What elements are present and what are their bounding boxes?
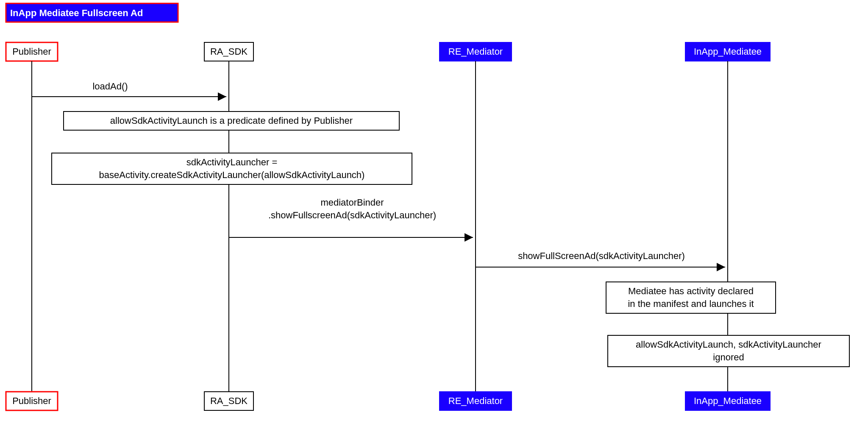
msg-mediator-line1: mediatorBinder bbox=[320, 197, 384, 208]
msg-showfullscreen-label: showFullScreenAd(sdkActivityLauncher) bbox=[518, 251, 685, 261]
svg-text:RA_SDK: RA_SDK bbox=[210, 396, 248, 406]
note-mediatee-activity-line2: in the manifest and launches it bbox=[628, 298, 754, 309]
msg-mediator-line2: .showFullscreenAd(sdkActivityLauncher) bbox=[268, 210, 436, 220]
participant-publisher-label: Publisher bbox=[12, 46, 51, 57]
msg-loadad-label: loadAd() bbox=[92, 81, 128, 92]
note-mediatee-activity-line1: Mediatee has activity declared bbox=[628, 286, 754, 296]
svg-text:Publisher: Publisher bbox=[12, 396, 51, 406]
diagram-title: InApp Mediatee Fullscreen Ad bbox=[10, 8, 143, 18]
participant-ra-sdk-label: RA_SDK bbox=[210, 46, 248, 57]
svg-text:InApp_Mediatee: InApp_Mediatee bbox=[694, 396, 762, 406]
note-ignored-line1: allowSdkActivityLaunch, sdkActivityLaunc… bbox=[636, 339, 821, 350]
svg-text:RE_Mediator: RE_Mediator bbox=[448, 396, 503, 406]
note-ignored-line2: ignored bbox=[713, 352, 744, 362]
note-launcher-line1: sdkActivityLauncher = bbox=[186, 157, 278, 167]
note-predicate-text: allowSdkActivityLaunch is a predicate de… bbox=[110, 115, 353, 126]
sequence-diagram: InApp Mediatee Fullscreen Ad Publisher R… bbox=[0, 0, 868, 432]
note-launcher-line2: baseActivity.createSdkActivityLauncher(a… bbox=[99, 170, 365, 180]
participant-inapp-mediatee-label: InApp_Mediatee bbox=[694, 46, 762, 57]
participant-re-mediator-label: RE_Mediator bbox=[448, 46, 503, 57]
